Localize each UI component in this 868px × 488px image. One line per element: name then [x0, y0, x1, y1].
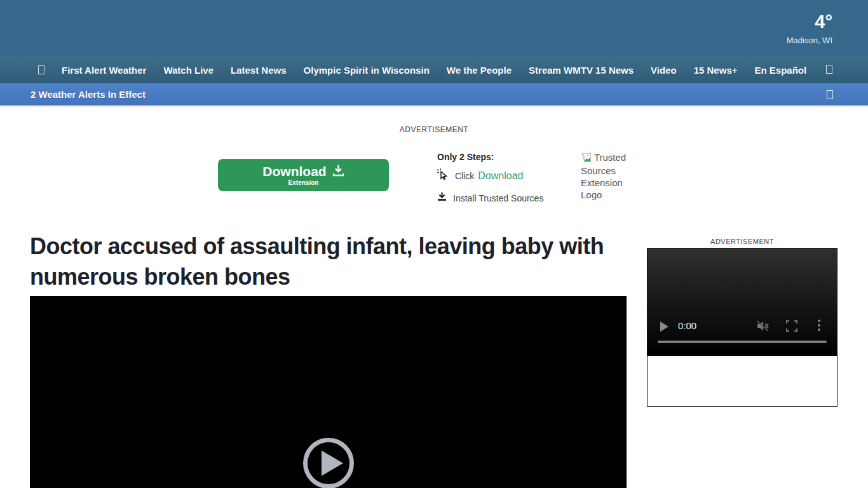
- nav-item-en-espanol[interactable]: En Español: [754, 65, 806, 76]
- hamburger-menu-icon[interactable]: [38, 65, 44, 74]
- weather-location: Madison, WI: [787, 36, 832, 45]
- video-menu-icon[interactable]: [818, 320, 820, 333]
- install-download-icon: [437, 192, 447, 204]
- weather-widget[interactable]: 4° Madison, WI: [787, 11, 832, 45]
- main-video-player[interactable]: [30, 296, 627, 488]
- article-headline: Doctor accused of assaulting infant, lea…: [30, 231, 634, 292]
- nav-item-latest-news[interactable]: Latest News: [231, 65, 287, 76]
- nav-item-olympic-spirit[interactable]: Olympic Spirit in Wisconsin: [304, 65, 430, 76]
- broken-image-icon: [581, 152, 591, 165]
- ad-step-2: Install Trusted Sources: [437, 192, 543, 204]
- nav-item-video[interactable]: Video: [651, 65, 677, 76]
- main-nav: First Alert Weather Watch Live Latest Ne…: [0, 57, 868, 83]
- top-ad-label: ADVERTISEMENT: [0, 125, 868, 134]
- weather-alert-text: 2 Weather Alerts In Effect: [31, 89, 146, 100]
- sidebar-ad-label: ADVERTISEMENT: [647, 238, 837, 245]
- alert-expand-icon[interactable]: [827, 90, 833, 99]
- sidebar-ad-video[interactable]: 0:00: [648, 248, 837, 356]
- play-button[interactable]: [303, 438, 354, 488]
- cursor-click-icon: [437, 168, 449, 183]
- nav-items: First Alert Weather Watch Live Latest Ne…: [38, 65, 806, 76]
- broken-ad-logo: Trusted Sources Extension Logo: [581, 151, 630, 201]
- search-icon[interactable]: [826, 65, 832, 74]
- video-time: 0:00: [678, 320, 696, 331]
- download-extension-button[interactable]: Download Extension: [218, 159, 389, 191]
- video-progress-bar[interactable]: [658, 341, 827, 343]
- site-header: 4° Madison, WI: [0, 0, 868, 57]
- weather-alert-bar[interactable]: 2 Weather Alerts In Effect: [0, 83, 868, 107]
- ad-steps-title: Only 2 Steps:: [437, 152, 543, 162]
- play-icon: [322, 451, 343, 476]
- video-play-button[interactable]: [660, 322, 668, 332]
- download-button-title: Download: [262, 165, 326, 179]
- mute-icon[interactable]: [756, 320, 770, 335]
- page: 4° Madison, WI First Alert Weather Watch…: [0, 0, 868, 488]
- nav-item-15-news-plus[interactable]: 15 News+: [694, 65, 738, 76]
- nav-item-stream-wmtv[interactable]: Stream WMTV 15 News: [529, 65, 634, 76]
- sidebar-ad[interactable]: 0:00: [647, 248, 837, 407]
- ad-step-1-text: Click: [455, 171, 474, 181]
- video-controls: 0:00: [648, 317, 837, 336]
- temperature: 4°: [787, 11, 832, 32]
- nav-item-first-alert-weather[interactable]: First Alert Weather: [62, 65, 146, 76]
- ad-step-1-download-link[interactable]: Download: [478, 170, 523, 182]
- ad-step-1: Click Download: [437, 168, 543, 183]
- ad-steps: Only 2 Steps: Click Download Install Tru…: [437, 152, 543, 204]
- nav-item-watch-live[interactable]: Watch Live: [163, 65, 214, 76]
- nav-item-we-the-people[interactable]: We the People: [447, 65, 512, 76]
- download-arrow-icon: [332, 165, 344, 179]
- ad-step-2-text: Install Trusted Sources: [453, 193, 543, 203]
- fullscreen-icon[interactable]: [786, 320, 797, 332]
- download-button-subtitle: Extension: [288, 179, 319, 186]
